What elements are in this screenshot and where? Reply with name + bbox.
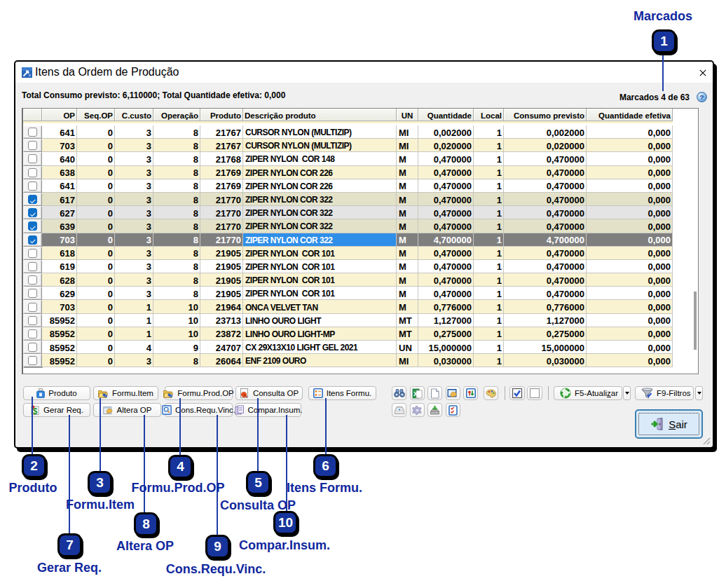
svg-text:$: $ [33, 406, 38, 416]
svg-text:?: ? [699, 93, 704, 101]
svg-text:X: X [413, 390, 417, 397]
